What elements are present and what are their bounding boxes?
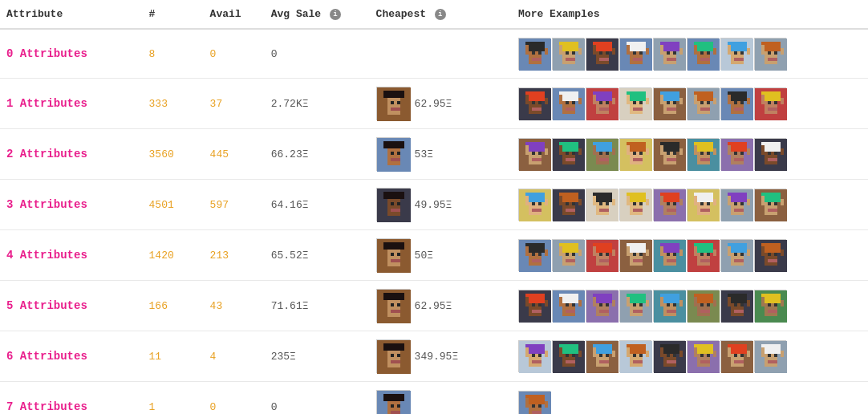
example-avatar[interactable]	[754, 87, 786, 120]
svg-rect-282	[532, 253, 535, 256]
svg-rect-307	[639, 253, 643, 256]
example-avatar[interactable]	[552, 340, 584, 372]
svg-rect-262	[734, 209, 744, 212]
example-avatar[interactable]	[720, 138, 752, 170]
examples-cell	[512, 29, 868, 79]
example-avatar[interactable]	[653, 290, 685, 322]
cheapest-thumbnail[interactable]	[376, 289, 410, 323]
example-avatar[interactable]	[586, 38, 618, 70]
example-avatar[interactable]	[586, 87, 618, 120]
example-avatar[interactable]	[586, 290, 618, 322]
example-avatar[interactable]	[552, 189, 584, 221]
svg-rect-93	[612, 98, 615, 104]
example-avatar[interactable]	[518, 391, 550, 414]
example-avatar[interactable]	[687, 38, 719, 70]
example-avatar[interactable]	[754, 340, 786, 372]
attribute-label[interactable]: 2 Attributes	[6, 148, 87, 160]
svg-rect-159	[606, 152, 609, 155]
example-avatar[interactable]	[687, 87, 719, 120]
example-avatar[interactable]	[552, 38, 584, 70]
attribute-label[interactable]: 6 Attributes	[6, 350, 87, 363]
svg-rect-18	[599, 51, 602, 55]
avgsale-info-icon[interactable]: i	[330, 9, 341, 20]
example-avatar[interactable]	[552, 290, 584, 322]
example-avatar[interactable]	[653, 38, 685, 70]
cheapest-thumbnail[interactable]	[376, 339, 410, 373]
example-avatar[interactable]	[619, 87, 651, 120]
svg-rect-306	[633, 253, 636, 256]
example-avatar[interactable]	[720, 38, 752, 70]
example-avatar[interactable]	[720, 340, 752, 372]
example-avatar[interactable]	[653, 340, 685, 372]
example-avatar[interactable]	[518, 87, 550, 120]
example-avatar[interactable]	[720, 189, 752, 221]
example-avatar[interactable]	[653, 189, 685, 221]
svg-rect-10	[566, 51, 569, 55]
example-avatar[interactable]	[586, 189, 618, 221]
attribute-label[interactable]: 5 Attributes	[6, 299, 87, 312]
example-avatar[interactable]	[720, 87, 752, 120]
svg-rect-268	[768, 202, 771, 205]
example-avatar[interactable]	[518, 138, 550, 170]
example-avatar[interactable]	[754, 290, 786, 322]
example-avatar[interactable]	[754, 138, 786, 170]
svg-rect-81	[572, 101, 575, 104]
svg-rect-427	[545, 351, 548, 357]
cheapest-thumbnail[interactable]	[376, 238, 410, 272]
example-avatar[interactable]	[720, 290, 752, 322]
table-row: 2 Attributes356044566.23Ξ 53Ξ	[0, 129, 868, 180]
example-avatar[interactable]	[687, 189, 719, 221]
svg-rect-424	[532, 360, 541, 363]
cheapest-thumbnail[interactable]	[376, 137, 410, 171]
example-avatar[interactable]	[687, 340, 719, 372]
example-avatar[interactable]	[552, 239, 584, 271]
cheapest-info-icon[interactable]: i	[435, 9, 446, 20]
attribute-label[interactable]: 7 Attributes	[6, 400, 87, 413]
example-avatar[interactable]	[518, 189, 550, 221]
svg-rect-494	[532, 411, 541, 414]
svg-rect-404	[728, 297, 731, 306]
attribute-label[interactable]: 0 Attributes	[6, 47, 87, 60]
cheapest-thumbnail[interactable]	[376, 390, 410, 414]
example-avatar[interactable]	[552, 138, 584, 170]
example-avatar[interactable]	[653, 87, 685, 120]
example-avatar[interactable]	[653, 138, 685, 170]
example-avatar[interactable]	[687, 138, 719, 170]
svg-rect-456	[667, 360, 676, 363]
example-avatar[interactable]	[552, 87, 584, 120]
example-avatar[interactable]	[518, 38, 550, 70]
cheapest-thumbnail[interactable]	[376, 87, 410, 120]
example-avatar[interactable]	[619, 138, 651, 170]
example-avatar[interactable]	[687, 239, 719, 271]
example-avatar[interactable]	[754, 189, 786, 221]
svg-rect-170	[627, 145, 630, 155]
example-avatar[interactable]	[754, 239, 786, 271]
svg-rect-225	[578, 199, 582, 205]
svg-rect-67	[397, 101, 400, 104]
svg-rect-381	[646, 300, 649, 306]
example-avatar[interactable]	[619, 38, 651, 70]
svg-rect-450	[627, 347, 630, 357]
example-avatar[interactable]	[619, 340, 651, 372]
example-avatar[interactable]	[518, 239, 550, 271]
example-avatar[interactable]	[754, 38, 786, 70]
example-avatar[interactable]	[518, 290, 550, 322]
cheapest-thumbnail[interactable]	[376, 188, 410, 221]
svg-rect-14	[559, 45, 562, 55]
example-avatar[interactable]	[619, 189, 651, 221]
cheapest-cell: 50Ξ	[370, 230, 513, 281]
example-avatar[interactable]	[619, 290, 651, 322]
example-avatar[interactable]	[687, 290, 719, 322]
example-avatar[interactable]	[586, 239, 618, 271]
svg-rect-28	[633, 58, 643, 61]
attribute-label[interactable]: 1 Attributes	[6, 97, 87, 110]
svg-rect-392	[700, 303, 704, 306]
example-avatar[interactable]	[653, 239, 685, 271]
example-avatar[interactable]	[619, 239, 651, 271]
attribute-label[interactable]: 4 Attributes	[6, 249, 87, 262]
example-avatar[interactable]	[720, 239, 752, 271]
example-avatar[interactable]	[518, 340, 550, 372]
example-avatar[interactable]	[586, 340, 618, 372]
example-avatar[interactable]	[586, 138, 618, 170]
attribute-label[interactable]: 3 Attributes	[6, 198, 87, 211]
